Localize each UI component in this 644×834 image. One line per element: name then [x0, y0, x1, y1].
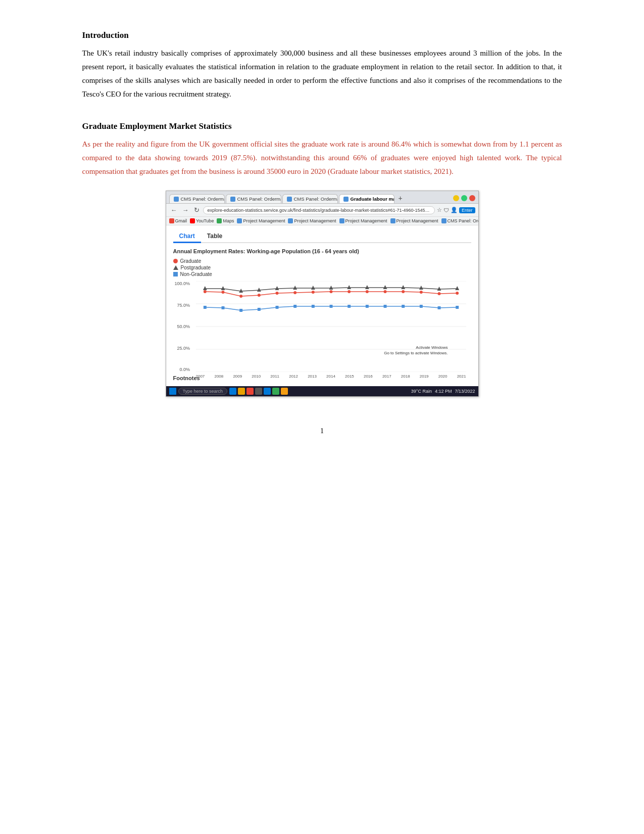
svg-point-19	[456, 292, 459, 295]
taskbar-icon-3[interactable]	[246, 388, 254, 395]
browser-toolbar: ← → ↻ explore-education-statistics.servi…	[166, 204, 478, 217]
page-number: 1	[82, 427, 562, 435]
taskbar-icon-2[interactable]	[238, 388, 245, 395]
svg-marker-26	[311, 286, 315, 290]
svg-marker-34	[455, 286, 459, 290]
svg-marker-29	[365, 285, 369, 289]
svg-point-8	[257, 294, 260, 297]
browser-tab-1[interactable]: CMS Panel: Ordermanage... ×	[169, 194, 225, 203]
x-label-2020: 2020	[438, 374, 448, 379]
bookmark-pm2[interactable]: Project Management	[288, 218, 336, 223]
svg-rect-46	[402, 305, 405, 308]
svg-marker-28	[347, 285, 351, 289]
close-window-button[interactable]	[469, 195, 475, 201]
windows-taskbar: Type here to search 39°C Rain 4:12 PM 7/…	[166, 386, 478, 396]
taskbar-icon-1[interactable]	[229, 388, 236, 395]
chart-area: 100.0% 75.0% 50.0% 25.0% 0.0%	[196, 281, 466, 372]
x-label-2013: 2013	[308, 374, 317, 379]
svg-rect-45	[383, 305, 386, 308]
x-label-2012: 2012	[289, 374, 298, 379]
svg-point-13	[348, 290, 351, 293]
postgraduate-legend-label: Postgraduate	[181, 265, 211, 270]
svg-point-15	[383, 290, 386, 293]
bookmark-cms[interactable]: CMS Panel: Orderm...	[441, 218, 478, 223]
bookmark-gmail[interactable]: Gmail	[169, 218, 187, 223]
tab-icon-3	[287, 197, 292, 202]
svg-rect-37	[239, 309, 242, 312]
taskbar-date: 7/13/2022	[455, 389, 475, 394]
start-button[interactable]	[169, 388, 176, 395]
intro-title: Introduction	[82, 30, 562, 40]
tab-icon-2	[230, 197, 235, 202]
tab-label-3: CMS Panel: Ordermanage...	[294, 196, 338, 202]
y-label-100: 100.0%	[175, 281, 190, 286]
new-tab-button[interactable]: +	[395, 193, 406, 203]
browser-tab-4[interactable]: Graduate labour market statisti... ×	[339, 194, 394, 203]
bookmark-pm3[interactable]: Project Management	[339, 218, 387, 223]
x-label-2018: 2018	[401, 374, 410, 379]
taskbar-right-area: 39°C Rain 4:12 PM 7/13/2022	[411, 389, 475, 394]
maximize-button[interactable]	[461, 195, 467, 201]
bookmark-pm1-label: Project Management	[243, 218, 285, 223]
browser-tab-3[interactable]: CMS Panel: Ordermanage... ×	[282, 194, 338, 203]
svg-point-9	[275, 292, 278, 295]
bookmark-pm4[interactable]: Project Management	[390, 218, 438, 223]
taskbar-icon-7[interactable]	[281, 388, 288, 395]
reload-button[interactable]: ↻	[192, 206, 201, 214]
svg-point-18	[437, 292, 440, 295]
youtube-icon	[190, 218, 195, 223]
nongraduate-legend-icon	[173, 272, 178, 276]
svg-rect-47	[419, 305, 422, 308]
graduate-legend-icon	[173, 259, 178, 263]
bookmark-gmail-label: Gmail	[175, 218, 187, 223]
cms-icon	[441, 218, 447, 223]
svg-marker-32	[419, 286, 423, 290]
taskbar-icon-5[interactable]	[264, 388, 271, 395]
y-label-25: 25.0%	[175, 346, 190, 351]
chart-table-tabs: Chart Table	[173, 230, 471, 243]
taskbar-icon-6[interactable]	[272, 388, 279, 395]
svg-marker-31	[401, 285, 405, 289]
svg-rect-38	[257, 308, 260, 311]
address-bar[interactable]: explore-education-statistics.service.gov…	[203, 206, 435, 214]
enter-button[interactable]: Enter	[459, 207, 475, 213]
svg-marker-20	[203, 286, 207, 290]
svg-marker-27	[329, 286, 333, 290]
svg-marker-24	[275, 286, 279, 290]
x-label-2019: 2019	[420, 374, 429, 379]
bookmark-youtube[interactable]: YouTube	[190, 218, 214, 223]
legend-graduate: Graduate	[173, 258, 471, 264]
table-tab[interactable]: Table	[201, 230, 228, 243]
grad-paragraph: As per the reality and figure from the U…	[82, 137, 562, 178]
taskbar-search-box[interactable]: Type here to search	[178, 388, 228, 395]
chart-tab[interactable]: Chart	[173, 230, 201, 243]
browser-tab-2[interactable]: CMS Panel: Ordermanage... ×	[226, 194, 281, 203]
svg-rect-42	[329, 305, 332, 308]
svg-rect-35	[203, 306, 206, 309]
bookmark-pm1[interactable]: Project Management	[237, 218, 285, 223]
forward-button[interactable]: →	[181, 206, 190, 214]
y-label-0: 0.0%	[175, 367, 190, 372]
minimize-button[interactable]	[453, 195, 459, 201]
taskbar-icon-4[interactable]	[255, 388, 262, 395]
bookmark-maps[interactable]: Maps	[217, 218, 234, 223]
x-label-2014: 2014	[326, 374, 335, 379]
graduate-legend-label: Graduate	[180, 258, 202, 264]
svg-marker-25	[293, 286, 297, 290]
pm3-icon	[339, 218, 344, 223]
toolbar-icons: ☆ 🛡 👤 Enter	[437, 207, 475, 213]
svg-point-6	[221, 291, 224, 294]
x-label-2021: 2021	[457, 374, 466, 379]
browser-screenshot: CMS Panel: Ordermanage... × CMS Panel: O…	[166, 191, 479, 397]
svg-marker-30	[383, 285, 387, 289]
profile-icon[interactable]: 👤	[451, 207, 458, 213]
tab-icon-1	[174, 197, 179, 202]
svg-rect-44	[365, 305, 368, 308]
postgraduate-legend-icon	[173, 265, 178, 270]
bookmark-star-icon[interactable]: ☆	[437, 207, 442, 213]
taskbar-search-label: Type here to search	[183, 389, 223, 394]
back-button[interactable]: ←	[169, 206, 179, 214]
svg-point-16	[402, 290, 405, 293]
bookmark-pm4-label: Project Management	[397, 218, 438, 223]
nongraduate-legend-label: Non-Graduate	[180, 271, 212, 277]
